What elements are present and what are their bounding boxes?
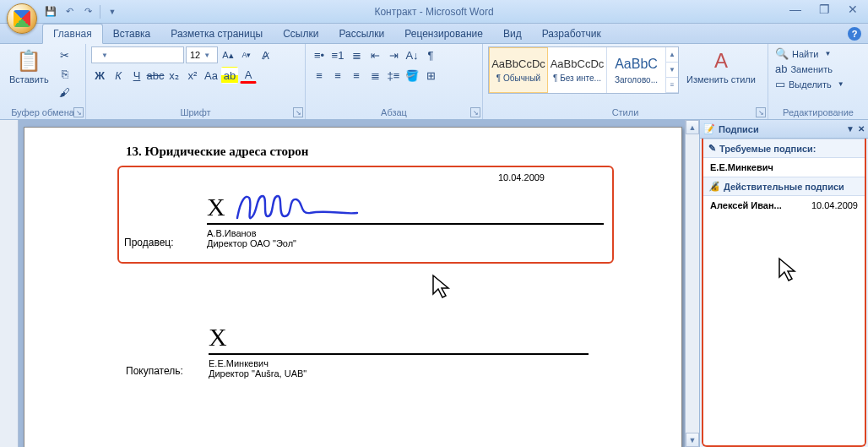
superscript-button[interactable]: x² [184, 67, 201, 84]
signature-x-mark: X [207, 193, 225, 221]
grow-font-button[interactable]: A▴ [220, 46, 236, 63]
copy-button[interactable]: ⎘ [57, 65, 73, 82]
section-heading: 13. Юридические адреса сторон [126, 144, 589, 159]
qat-customize-icon[interactable]: ▼ [104, 3, 121, 20]
window-title: Контракт - Microsoft Word [374, 6, 493, 18]
align-left-button[interactable]: ≡ [311, 67, 328, 84]
font-color-button[interactable]: A [240, 67, 257, 84]
numbering-button[interactable]: ≡1 [329, 46, 346, 63]
seal-icon: 🔏 [708, 181, 720, 192]
multilevel-list-button[interactable]: ≣ [348, 46, 365, 63]
style-no-spacing[interactable]: AaBbCcDc ¶ Без инте... [548, 47, 607, 93]
styles-gallery: AaBbCcDc ¶ Обычный AaBbCcDc ¶ Без инте..… [488, 46, 679, 94]
style-normal[interactable]: AaBbCcDc ¶ Обычный [489, 47, 548, 93]
change-case-button[interactable]: Aa [203, 67, 220, 84]
decrease-indent-button[interactable]: ⇤ [366, 46, 383, 63]
paragraph-launcher[interactable]: ↘ [470, 107, 480, 117]
signature-block-seller[interactable]: 10.04.2009 Продавец: X А.В.Иванов Директ… [117, 166, 614, 264]
pen-icon: ✎ [708, 143, 716, 154]
seller-role-label: Продавец: [124, 237, 193, 248]
office-button[interactable] [7, 3, 37, 34]
document-scroll[interactable]: 13. Юридические адреса сторон 10.04.2009… [19, 120, 685, 447]
clear-formatting-button[interactable]: A̷ [257, 46, 274, 63]
signature-block-buyer[interactable]: Покупатель: X Е.Е.Минкевич Директор "Auš… [126, 323, 589, 379]
select-button[interactable]: ▭Выделить▼ [773, 77, 846, 91]
tab-view[interactable]: Вид [493, 25, 532, 43]
save-icon[interactable]: 💾 [42, 3, 59, 20]
paste-button[interactable]: 📋 Вставить [5, 46, 53, 87]
bold-button[interactable]: Ж [91, 67, 108, 84]
signature-image [234, 191, 361, 225]
style-heading1[interactable]: AaBbC Заголово... [607, 47, 666, 93]
tab-references[interactable]: Ссылки [273, 25, 328, 43]
scroll-up-icon[interactable]: ▲ [686, 120, 699, 134]
replace-button[interactable]: abЗаменить [773, 62, 834, 76]
help-button[interactable]: ? [848, 27, 861, 41]
format-painter-button[interactable]: 🖌 [57, 84, 73, 101]
seller-signer-title: Директор ОАО "Эол" [207, 238, 604, 248]
undo-icon[interactable]: ↶ [61, 3, 78, 20]
clipboard-launcher[interactable]: ↘ [73, 107, 84, 117]
highlight-button[interactable]: ab [221, 67, 238, 84]
styles-launcher[interactable]: ↘ [756, 107, 766, 117]
change-styles-button[interactable]: A Изменить стили [682, 46, 760, 87]
page[interactable]: 13. Юридические адреса сторон 10.04.2009… [24, 127, 682, 447]
change-styles-icon: A [714, 49, 728, 73]
show-marks-button[interactable]: ¶ [422, 46, 439, 63]
required-signature-item[interactable]: Е.Е.Минкевич [703, 158, 865, 177]
tab-home[interactable]: Главная [42, 24, 103, 44]
scroll-down-icon[interactable]: ▼ [686, 433, 699, 447]
pane-header[interactable]: 📝 Подписи ▼ ✕ [700, 120, 868, 139]
increase-indent-button[interactable]: ⇥ [385, 46, 402, 63]
valid-signature-item[interactable]: Алексей Иван... 10.04.2009 [703, 196, 865, 215]
valid-signatures-header: 🔏 Действительные подписи [703, 177, 865, 196]
align-center-button[interactable]: ≡ [329, 67, 346, 84]
required-signatures-header: ✎ Требуемые подписи: [703, 139, 865, 158]
minimize-button[interactable]: — [785, 2, 806, 17]
justify-button[interactable]: ≣ [366, 67, 383, 84]
tab-insert[interactable]: Вставка [103, 25, 161, 43]
group-font-label: Шрифт [91, 106, 300, 119]
bullets-button[interactable]: ≡• [311, 46, 328, 63]
subscript-button[interactable]: x₂ [165, 67, 182, 84]
tab-mailings[interactable]: Рассылки [328, 25, 394, 43]
seller-signer-name: А.В.Иванов [207, 228, 604, 238]
buyer-signer-title: Директор "Aušra, UAB" [209, 368, 589, 379]
sort-button[interactable]: A↓ [404, 46, 420, 63]
tab-review[interactable]: Рецензирование [394, 25, 493, 43]
signatures-pane-icon: 📝 [703, 123, 715, 134]
shrink-font-button[interactable]: A▾ [238, 46, 255, 63]
replace-icon: ab [775, 63, 787, 75]
strikethrough-button[interactable]: abc [147, 67, 164, 84]
underline-button[interactable]: Ч [128, 67, 145, 84]
pane-menu-icon[interactable]: ▼ [846, 124, 854, 134]
font-size-combo[interactable]: 12▼ [186, 46, 218, 63]
italic-button[interactable]: К [110, 67, 127, 84]
group-editing-label: Редактирование [773, 106, 863, 119]
cut-button[interactable]: ✂ [57, 46, 73, 63]
find-button[interactable]: 🔍Найти▼ [773, 46, 833, 61]
shading-button[interactable]: 🪣 [404, 67, 420, 84]
gallery-down-icon[interactable]: ▼ [666, 63, 678, 78]
group-styles-label: Стили [488, 106, 762, 119]
redo-icon[interactable]: ↷ [79, 3, 96, 20]
tab-page-layout[interactable]: Разметка страницы [160, 25, 273, 43]
align-right-button[interactable]: ≡ [348, 67, 365, 84]
gallery-up-icon[interactable]: ▲ [666, 47, 678, 63]
line-spacing-button[interactable]: ‡≡ [385, 67, 402, 84]
ribbon-tabs: Главная Вставка Разметка страницы Ссылки… [0, 24, 868, 44]
gallery-more-icon[interactable]: ≡ [666, 78, 678, 93]
group-paragraph-label: Абзац [311, 106, 477, 119]
tab-developer[interactable]: Разработчик [532, 25, 611, 43]
maximize-button[interactable]: ❐ [814, 2, 834, 17]
font-family-combo[interactable]: ▼ [91, 46, 184, 63]
borders-button[interactable]: ⊞ [422, 67, 439, 84]
titlebar: 💾 ↶ ↷ ▼ Контракт - Microsoft Word — ❐ ✕ [0, 0, 868, 24]
vertical-scrollbar[interactable]: ▲ ▼ [685, 120, 699, 447]
font-launcher[interactable]: ↘ [293, 107, 303, 117]
group-clipboard-label: Буфер обмена [5, 106, 80, 119]
close-button[interactable]: ✕ [843, 2, 863, 17]
vertical-ruler[interactable] [0, 120, 19, 447]
cursor-icon [778, 257, 801, 284]
pane-close-icon[interactable]: ✕ [858, 124, 865, 134]
